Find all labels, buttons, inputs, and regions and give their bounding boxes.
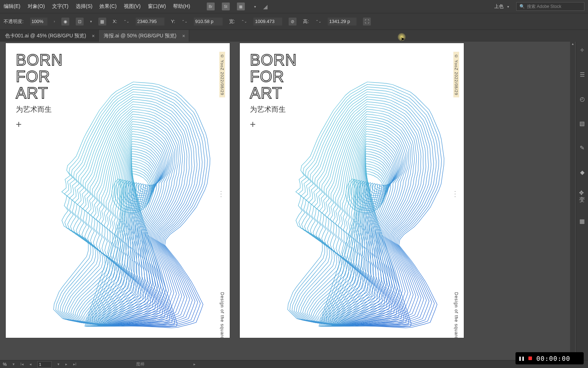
isolate-icon[interactable]: ⛶ xyxy=(363,18,371,26)
align-panel-icon[interactable]: ▦ xyxy=(579,218,585,224)
right-panel-sliver: ✧ ☰ ◴ ▧ ✎ ◆ ✥ 变 ▦ xyxy=(576,42,588,360)
artboard[interactable]: BORN FOR ART 为艺术而生 + © YooZ 2022/08/29 .… xyxy=(240,43,464,338)
bridge-icon[interactable]: Br xyxy=(207,3,215,10)
first-artboard-icon[interactable]: I◂ xyxy=(20,362,24,367)
transform-icon[interactable]: ⊡ xyxy=(76,18,84,26)
swatch-icon[interactable]: ▧ xyxy=(579,120,585,126)
artboard[interactable]: BORN FOR ART 为艺术而生 + © YooZ 2022/08/29 .… xyxy=(6,43,230,338)
tab-label: 海报.ai @ 50% (RGB/GPU 预览) xyxy=(104,33,176,39)
symbol-icon[interactable]: ◆ xyxy=(579,169,585,175)
align-icon[interactable]: ▦ xyxy=(98,18,106,26)
arrange-dropdown-icon[interactable]: ▾ xyxy=(254,5,256,9)
title-line: BORN xyxy=(16,52,63,68)
opacity-input[interactable] xyxy=(30,18,47,26)
search-placeholder: 搜索 Adobe Stock xyxy=(527,4,561,10)
menu-text[interactable]: 文字(T) xyxy=(52,3,69,10)
tab-label: 色卡001.ai @ 45% (RGB/GPU 预览) xyxy=(5,33,86,39)
menu-help[interactable]: 帮助(H) xyxy=(173,3,190,10)
menu-edit[interactable]: 编辑(E) xyxy=(4,3,20,10)
brush-icon[interactable]: ✎ xyxy=(579,144,585,151)
canvas-area[interactable]: BORN FOR ART 为艺术而生 + © YooZ 2022/08/29 .… xyxy=(0,42,588,360)
artboard-dropdown-icon[interactable]: ▾ xyxy=(57,362,60,367)
w-stepper-icon[interactable]: ⌃⌄ xyxy=(241,19,247,23)
recolor-icon[interactable]: ◉ xyxy=(61,18,69,26)
y-label: Y: xyxy=(171,19,175,24)
x-input[interactable] xyxy=(136,18,164,26)
line-art-figure xyxy=(42,75,221,334)
w-input[interactable] xyxy=(253,18,282,26)
close-icon[interactable]: × xyxy=(182,33,185,39)
link-dimensions-icon[interactable]: ⊘ xyxy=(289,18,297,26)
stock-icon[interactable]: St xyxy=(222,3,230,10)
menu-window[interactable]: 窗口(W) xyxy=(148,3,166,10)
vertical-scrollbar[interactable]: ▴ xyxy=(570,42,575,360)
last-artboard-icon[interactable]: ▸I xyxy=(73,362,76,367)
gpu-icon[interactable]: ◢ xyxy=(263,3,267,10)
artboard-number-input[interactable] xyxy=(37,361,52,368)
scroll-up-icon[interactable]: ▴ xyxy=(570,42,575,46)
libraries-icon[interactable]: ☰ xyxy=(579,71,585,78)
options-bar: 不透明度: › ◉ ⊡ ▾ ▦ X: ⌃⌄ Y: ⌃⌄ 宽: ⌃⌄ ⊘ 高: ⌃… xyxy=(0,13,588,29)
h-stepper-icon[interactable]: ⌃⌄ xyxy=(316,19,321,23)
next-artboard-icon[interactable]: ▸ xyxy=(65,362,67,367)
search-icon: 🔍 xyxy=(519,4,525,9)
x-label: X: xyxy=(113,19,117,24)
color-icon[interactable]: ◴ xyxy=(579,96,585,102)
properties-icon[interactable]: ✧ xyxy=(579,47,585,53)
menu-object[interactable]: 对象(O) xyxy=(28,3,45,10)
chevron-down-icon: ▾ xyxy=(507,5,509,9)
prev-artboard-icon[interactable]: ◂ xyxy=(29,362,32,367)
x-stepper-icon[interactable]: ⌃⌄ xyxy=(123,19,129,23)
y-input[interactable] xyxy=(194,18,223,26)
document-tab-bar: 色卡001.ai @ 45% (RGB/GPU 预览) × 海报.ai @ 50… xyxy=(0,29,588,42)
painting-mode-dropdown[interactable]: 上色 ▾ xyxy=(494,3,509,10)
opacity-label: 不透明度: xyxy=(4,18,24,25)
h-label: 高: xyxy=(303,18,309,25)
h-input[interactable] xyxy=(328,18,356,26)
status-bar: % ▾ I◂ ◂ ▾ ▸ ▸I 魔棒 ▸ xyxy=(0,360,588,368)
screen-recorder-widget[interactable]: ❚❚ 00:00:00 xyxy=(515,352,584,364)
record-icon[interactable] xyxy=(528,356,533,361)
menu-view[interactable]: 视图(V) xyxy=(124,3,141,10)
zoom-hint: % xyxy=(3,362,7,367)
opacity-stepper-icon[interactable]: › xyxy=(54,19,55,23)
cursor-icon: ➤ xyxy=(401,36,405,42)
zoom-dropdown-icon[interactable]: ▾ xyxy=(13,362,15,367)
document-tab[interactable]: 色卡001.ai @ 45% (RGB/GPU 预览) × xyxy=(0,30,99,42)
transform-dropdown-icon[interactable]: ▾ xyxy=(90,19,92,23)
status-menu-icon[interactable]: ▸ xyxy=(193,362,196,367)
pause-icon[interactable]: ❚❚ xyxy=(519,356,524,361)
line-art-figure xyxy=(276,75,455,334)
current-tool-label: 魔棒 xyxy=(136,361,145,367)
document-tab[interactable]: 海报.ai @ 50% (RGB/GPU 预览) × xyxy=(99,30,189,42)
arrange-icon[interactable]: ▦ xyxy=(237,3,245,10)
w-label: 宽: xyxy=(229,18,235,25)
close-icon[interactable]: × xyxy=(92,33,95,39)
search-input[interactable]: 🔍 搜索 Adobe Stock xyxy=(516,2,584,11)
title-line: BORN xyxy=(250,52,297,68)
recorder-time: 00:00:00 xyxy=(536,355,570,362)
transform-panel-icon[interactable]: ✥ 变 xyxy=(579,193,585,200)
menu-effect[interactable]: 效果(C) xyxy=(99,3,116,10)
menu-select[interactable]: 选择(S) xyxy=(76,3,93,10)
main-menu-bar: 编辑(E) 对象(O) 文字(T) 选择(S) 效果(C) 视图(V) 窗口(W… xyxy=(0,0,588,13)
y-stepper-icon[interactable]: ⌃⌄ xyxy=(182,19,187,23)
